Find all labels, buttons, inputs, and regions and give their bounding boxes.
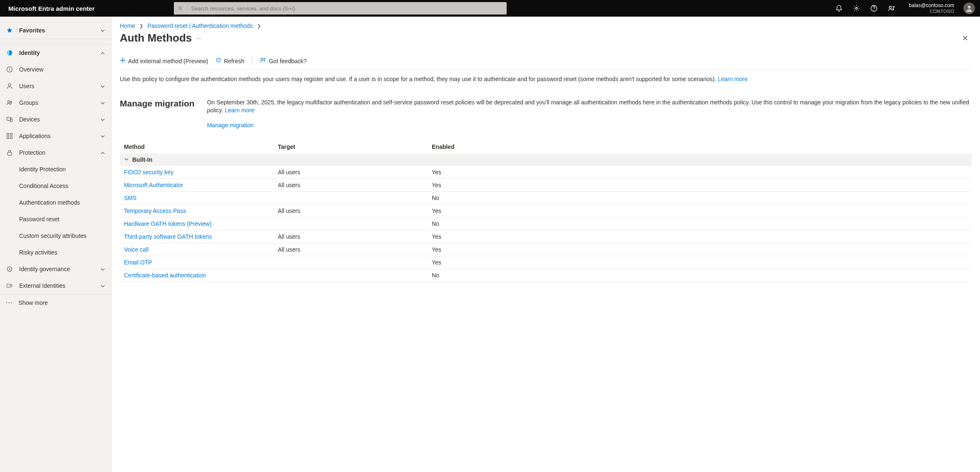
- svg-rect-21: [7, 284, 10, 287]
- svg-rect-18: [10, 137, 12, 139]
- sidebar-item-risky-activities[interactable]: Risky activities: [0, 244, 111, 261]
- manage-migration-link[interactable]: Manage migration: [207, 121, 254, 130]
- table-row[interactable]: Third-party software OATH tokensAll user…: [120, 230, 972, 243]
- sidebar-item-overview[interactable]: Overview: [0, 61, 111, 78]
- migration-body-text: On September 30th, 2025, the legacy mult…: [207, 99, 969, 114]
- svg-point-10: [8, 84, 11, 86]
- more-actions-icon[interactable]: ···: [196, 35, 201, 42]
- feedback-icon[interactable]: [887, 4, 896, 12]
- sidebar-item-identity-protection[interactable]: Identity Protection: [0, 161, 111, 178]
- info-icon: [6, 66, 13, 73]
- method-link[interactable]: Certificate-based authentication: [124, 272, 206, 279]
- sidebar-item-label: Password reset: [19, 216, 59, 222]
- svg-rect-16: [10, 133, 12, 136]
- sidebar-identity-label: Identity: [19, 49, 100, 56]
- breadcrumb-password-reset-auth-methods[interactable]: Password reset | Authentication methods: [147, 22, 252, 29]
- help-icon[interactable]: [870, 4, 878, 12]
- chevron-up-icon: [100, 150, 105, 155]
- sidebar-item-password-reset[interactable]: Password reset: [0, 211, 111, 227]
- sidebar-item-authentication-methods[interactable]: Authentication methods: [0, 194, 111, 211]
- settings-icon[interactable]: [852, 4, 861, 12]
- svg-rect-14: [10, 119, 12, 122]
- sidebar-item-applications[interactable]: Applications: [0, 128, 111, 144]
- account-email: balas@contoso.com: [909, 2, 954, 8]
- sidebar-item-label: Devices: [19, 116, 100, 123]
- avatar[interactable]: [963, 2, 975, 14]
- column-header-enabled[interactable]: Enabled: [432, 143, 968, 150]
- column-header-method[interactable]: Method: [124, 143, 278, 150]
- target-cell: All users: [278, 182, 432, 188]
- enabled-cell: Yes: [432, 182, 968, 188]
- method-link[interactable]: Microsoft Authenticator: [124, 182, 183, 188]
- table-row[interactable]: SMSNo: [120, 192, 972, 205]
- add-external-method-button[interactable]: Add external method (Preview): [120, 57, 208, 64]
- sidebar-item-identity-governance[interactable]: Identity governance: [0, 261, 111, 277]
- top-bar: Microsoft Entra admin center balas@conto…: [0, 0, 980, 17]
- top-icons: balas@contoso.com CONTOSO: [835, 2, 980, 14]
- target-cell: All users: [278, 169, 432, 175]
- target-cell: All users: [278, 246, 432, 253]
- enabled-cell: Yes: [432, 233, 968, 240]
- table-row[interactable]: Hardware OATH tokens (Preview)No: [120, 217, 972, 230]
- sidebar-item-conditional-access[interactable]: Conditional Access: [0, 178, 111, 194]
- account-info[interactable]: balas@contoso.com CONTOSO: [905, 2, 954, 14]
- table-row[interactable]: Temporary Access PassAll usersYes: [120, 205, 972, 217]
- table-row[interactable]: Microsoft AuthenticatorAll usersYes: [120, 179, 972, 192]
- table-group-built-in[interactable]: Built-In: [120, 153, 972, 166]
- sidebar-item-custom-security-attributes[interactable]: Custom security attributes: [0, 227, 111, 244]
- sidebar-item-label: Users: [19, 83, 100, 89]
- column-header-target[interactable]: Target: [278, 143, 432, 150]
- refresh-icon: [215, 57, 221, 64]
- enabled-cell: Yes: [432, 246, 968, 253]
- chevron-down-icon: [124, 156, 129, 163]
- sidebar-item-label: Identity Protection: [19, 166, 66, 173]
- brand-label: Microsoft Entra admin center: [8, 5, 95, 12]
- sidebar-show-more-label: Show more: [18, 299, 48, 306]
- search-box[interactable]: [174, 2, 507, 15]
- method-link[interactable]: Voice call: [124, 246, 148, 253]
- sidebar-item-users[interactable]: Users: [0, 78, 111, 94]
- got-feedback-button[interactable]: Got feedback?: [260, 57, 307, 65]
- enabled-cell: Yes: [432, 169, 968, 175]
- toolbar: Add external method (Preview) Refresh Go…: [120, 57, 972, 69]
- method-link[interactable]: Hardware OATH tokens (Preview): [124, 220, 212, 227]
- enabled-cell: No: [432, 272, 968, 279]
- method-link[interactable]: FIDO2 security key: [124, 169, 173, 175]
- sidebar-item-label: External Identities: [19, 282, 100, 289]
- sidebar-section-favorites[interactable]: Favorites: [0, 22, 111, 39]
- table-row[interactable]: Email OTPYes: [120, 256, 972, 269]
- sidebar-item-protection[interactable]: Protection: [0, 144, 111, 161]
- svg-point-24: [261, 58, 263, 60]
- toolbar-button-label: Refresh: [224, 58, 244, 64]
- search-input[interactable]: [191, 5, 502, 12]
- learn-more-link[interactable]: Learn more: [718, 76, 748, 82]
- sidebar-item-groups[interactable]: Groups: [0, 94, 111, 111]
- lock-icon: [6, 149, 13, 156]
- notifications-icon[interactable]: [835, 4, 843, 12]
- method-link[interactable]: Third-party software OATH tokens: [124, 233, 212, 240]
- learn-more-link[interactable]: Learn more: [225, 107, 255, 114]
- toolbar-button-label: Add external method (Preview): [128, 58, 208, 64]
- enabled-cell: Yes: [432, 208, 968, 214]
- sidebar-show-more[interactable]: ··· Show more: [0, 294, 111, 311]
- table-row[interactable]: Voice callAll usersYes: [120, 243, 972, 256]
- method-link[interactable]: Temporary Access Pass: [124, 208, 186, 214]
- target-cell: All users: [278, 233, 432, 240]
- sidebar-section-identity[interactable]: Identity: [0, 44, 111, 61]
- method-link[interactable]: SMS: [124, 195, 136, 201]
- refresh-button[interactable]: Refresh: [215, 57, 244, 64]
- devices-icon: [6, 116, 13, 123]
- method-link[interactable]: Email OTP: [124, 259, 152, 266]
- close-button[interactable]: ✕: [959, 32, 972, 44]
- user-icon: [6, 82, 13, 90]
- chevron-down-icon: [100, 100, 105, 105]
- breadcrumb-home[interactable]: Home: [120, 22, 135, 29]
- sidebar-item-devices[interactable]: Devices: [0, 111, 111, 128]
- sidebar-item-label: Applications: [19, 133, 100, 139]
- table-row[interactable]: FIDO2 security keyAll usersYes: [120, 166, 972, 179]
- table-group-label: Built-In: [132, 156, 152, 163]
- search-icon: [178, 5, 186, 12]
- migration-title: Manage migration: [120, 99, 195, 109]
- table-row[interactable]: Certificate-based authenticationNo: [120, 269, 972, 282]
- sidebar-item-external-identities[interactable]: External Identities: [0, 277, 111, 294]
